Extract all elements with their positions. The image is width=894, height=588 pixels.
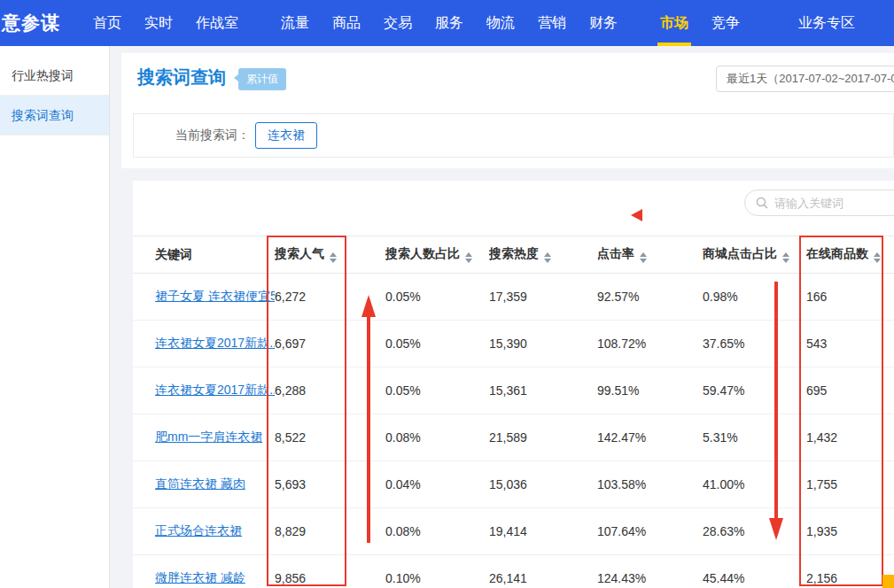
- value-cell: 37.65%: [703, 321, 806, 368]
- col-header-click-rate[interactable]: 点击率: [597, 236, 703, 274]
- value-cell: 695: [806, 368, 894, 414]
- value-cell: 6,272: [275, 274, 385, 321]
- nav-item-marketing[interactable]: 营销: [538, 0, 566, 46]
- keyword-cell: 直筒连衣裙 藏肉: [133, 461, 275, 508]
- value-cell: 26,141: [489, 555, 597, 588]
- floating-widget[interactable]: [882, 575, 894, 588]
- table-row: 肥mm一字肩连衣裙8,5220.08%21,589142.47%5.31%1,4…: [133, 414, 894, 461]
- keyword-link[interactable]: 正式场合连衣裙: [155, 523, 242, 538]
- col-header-label: 搜索热度: [489, 246, 539, 260]
- sort-icon[interactable]: [544, 252, 551, 263]
- table-row: 裙子女夏 连衣裙便宜5...6,2720.05%17,35992.57%0.98…: [133, 274, 894, 321]
- nav-item-competition[interactable]: 竞争: [711, 0, 740, 46]
- sidebar: 行业热搜词 搜索词查询: [0, 46, 110, 588]
- value-cell: 0.04%: [385, 461, 489, 508]
- value-cell: 0.08%: [385, 414, 489, 461]
- nav-item-trade[interactable]: 交易: [384, 0, 412, 46]
- col-header-mall-click-share[interactable]: 商城点击占比: [703, 236, 806, 274]
- sort-icon[interactable]: [782, 252, 789, 263]
- keyword-link[interactable]: 连衣裙女夏2017新款...: [155, 383, 275, 397]
- table-row: 连衣裙女夏2017新款...6,2880.05%15,36199.51%59.4…: [133, 368, 894, 414]
- nav-item-logistics[interactable]: 物流: [486, 0, 515, 46]
- value-cell: 45.44%: [703, 555, 806, 588]
- value-cell: 142.47%: [597, 414, 703, 461]
- value-cell: 166: [806, 274, 894, 321]
- nav-item-service[interactable]: 服务: [435, 0, 463, 46]
- value-cell: 8,829: [275, 508, 385, 555]
- value-cell: 92.57%: [597, 274, 703, 321]
- sort-icon[interactable]: [640, 252, 647, 263]
- col-header-label: 搜索人数占比: [385, 246, 460, 260]
- keyword-link[interactable]: 肥mm一字肩连衣裙: [155, 429, 262, 444]
- nav-item-traffic[interactable]: 流量: [281, 0, 309, 46]
- table-row: 连衣裙女夏2017新款...6,6970.05%15,390108.72%37.…: [133, 321, 894, 368]
- value-cell: 5.31%: [703, 414, 806, 461]
- col-header-keyword: 关键词: [133, 236, 275, 274]
- value-cell: 41.00%: [703, 461, 806, 508]
- value-cell: 0.10%: [385, 555, 489, 588]
- value-cell: 9,856: [275, 555, 385, 588]
- nav-item-business-zone[interactable]: 业务专区: [798, 0, 855, 46]
- top-nav: 意参谋 首页 实时 作战室 流量 商品 交易 服务 物流 营销 财务 市场 竞争…: [0, 0, 894, 46]
- nav-item-finance[interactable]: 财务: [589, 0, 618, 46]
- keyword-cell: 微胖连衣裙 减龄: [133, 555, 275, 588]
- brand-logo[interactable]: 意参谋: [0, 11, 82, 35]
- value-cell: 6,697: [275, 321, 385, 368]
- sidebar-item-hot-search-words[interactable]: 行业热搜词: [0, 56, 109, 96]
- value-cell: 0.08%: [385, 508, 489, 555]
- search-input[interactable]: [774, 197, 894, 210]
- value-cell: 99.51%: [597, 368, 703, 414]
- value-cell: 28.63%: [703, 508, 806, 555]
- value-cell: 103.58%: [597, 461, 703, 508]
- table-card: 关键词 搜索人气 搜索人数占比 搜索热度 点击率 商城点击占比: [133, 181, 894, 588]
- value-cell: 1,935: [806, 508, 894, 555]
- search-icon: [756, 197, 768, 209]
- table-row: 微胖连衣裙 减龄9,8560.10%26,141124.43%45.44%2,1…: [133, 555, 894, 588]
- value-cell: 543: [806, 321, 894, 368]
- nav-item-market[interactable]: 市场: [660, 0, 688, 46]
- keyword-link[interactable]: 裙子女夏 连衣裙便宜5...: [155, 289, 275, 303]
- keyword-link[interactable]: 直筒连衣裙 藏肉: [155, 476, 245, 491]
- col-header-label: 点击率: [597, 246, 634, 260]
- nav-item-warroom[interactable]: 作战室: [196, 0, 238, 46]
- value-cell: 15,390: [489, 321, 597, 368]
- col-header-search-heat[interactable]: 搜索热度: [489, 236, 597, 274]
- keyword-cell: 肥mm一字肩连衣裙: [133, 414, 275, 461]
- col-header-label: 在线商品数: [806, 246, 868, 260]
- value-cell: 17,359: [489, 274, 597, 321]
- nav-item-home[interactable]: 首页: [93, 0, 121, 46]
- col-header-label: 搜索人气: [275, 246, 324, 260]
- keyword-cell: 正式场合连衣裙: [133, 508, 275, 555]
- sort-icon[interactable]: [874, 252, 881, 263]
- col-header-label: 关键词: [155, 247, 192, 261]
- value-cell: 0.05%: [385, 321, 489, 368]
- keyword-link[interactable]: 连衣裙女夏2017新款...: [155, 336, 275, 350]
- keywords-table: 关键词 搜索人气 搜索人数占比 搜索热度 点击率 商城点击占比: [133, 236, 894, 588]
- value-cell: 124.43%: [597, 555, 703, 588]
- col-header-label: 商城点击占比: [703, 246, 777, 260]
- value-cell: 19,414: [489, 508, 597, 555]
- table-body: 裙子女夏 连衣裙便宜5...6,2720.05%17,35992.57%0.98…: [133, 274, 894, 588]
- keyword-cell: 连衣裙女夏2017新款...: [133, 368, 275, 414]
- current-search-tag[interactable]: 连衣裙: [255, 122, 317, 149]
- value-cell: 107.64%: [597, 508, 703, 555]
- date-range-picker[interactable]: 最近1天（2017-07-02~2017-07-02: [716, 66, 894, 92]
- value-cell: 2,156: [806, 555, 894, 588]
- sidebar-item-search-word-query[interactable]: 搜索词查询: [0, 96, 109, 135]
- value-cell: 6,288: [275, 368, 385, 414]
- col-header-online-products[interactable]: 在线商品数: [806, 236, 894, 274]
- value-cell: 0.98%: [703, 274, 806, 321]
- table-row: 直筒连衣裙 藏肉5,6930.04%15,036103.58%41.00%1,7…: [133, 461, 894, 508]
- value-cell: 0.05%: [385, 368, 489, 414]
- page-title: 搜索词查询: [137, 66, 226, 89]
- nav-item-goods[interactable]: 商品: [332, 0, 361, 46]
- keyword-link[interactable]: 微胖连衣裙 减龄: [155, 570, 245, 584]
- keyword-search-box[interactable]: [744, 190, 894, 216]
- col-header-searcher-share[interactable]: 搜索人数占比: [385, 236, 489, 274]
- nav-item-realtime[interactable]: 实时: [144, 0, 173, 46]
- sort-icon[interactable]: [465, 252, 472, 263]
- table-row: 正式场合连衣裙8,8290.08%19,414107.64%28.63%1,93…: [133, 508, 894, 555]
- sort-icon[interactable]: [330, 252, 337, 263]
- col-header-search-popularity[interactable]: 搜索人气: [275, 236, 385, 274]
- keyword-cell: 连衣裙女夏2017新款...: [133, 321, 275, 368]
